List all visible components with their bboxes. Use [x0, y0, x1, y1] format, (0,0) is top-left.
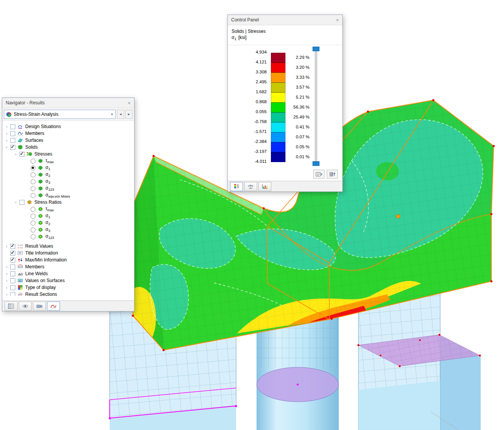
navigator-data-tab[interactable] — [5, 302, 18, 311]
expand-icon[interactable]: › — [4, 138, 9, 143]
node-handle[interactable] — [109, 417, 111, 419]
checkbox[interactable] — [10, 271, 15, 276]
tree-item-sigma-2[interactable]: σ2 — [2, 219, 134, 226]
legend-color-box[interactable] — [271, 132, 285, 142]
checkbox[interactable] — [10, 145, 15, 150]
expand-icon[interactable]: › — [4, 279, 9, 283]
tree-item-tau-max[interactable]: τmax — [2, 206, 134, 213]
result-category: Solids | Stresses — [232, 28, 339, 34]
legend-color-box[interactable] — [271, 152, 285, 162]
expand-icon[interactable]: › — [4, 272, 9, 276]
tree-item-sigma-3[interactable]: σ3 — [2, 226, 134, 233]
radio-button[interactable] — [31, 193, 36, 198]
checkbox[interactable] — [10, 258, 15, 263]
control-panel-result-diagram-tab[interactable] — [258, 182, 271, 191]
navigator-results-tab[interactable] — [47, 302, 60, 311]
tree-item-result-sections[interactable]: ›Result Sections — [2, 291, 134, 296]
radio-button[interactable] — [31, 179, 36, 184]
radio-button[interactable] — [31, 186, 36, 191]
legend-color-box[interactable] — [271, 53, 285, 63]
radio-button[interactable] — [31, 234, 36, 239]
legend-boundary-value: -2.384 — [228, 139, 267, 144]
tree-item-line-welds[interactable]: ›Line Welds — [2, 270, 134, 277]
legend-color-box[interactable] — [271, 63, 285, 73]
tree-item-sigma-2[interactable]: σ2 — [2, 171, 134, 178]
legend-color-box[interactable] — [271, 73, 285, 83]
control-panel-titlebar[interactable]: Control Panel × — [228, 15, 342, 25]
radio-button[interactable] — [31, 207, 36, 212]
expand-icon[interactable]: › — [4, 125, 9, 129]
tree-item-surfaces[interactable]: ›Surfaces — [2, 137, 134, 144]
tree-item-sigma-1[interactable]: σ1 — [2, 213, 134, 219]
checkbox[interactable] — [10, 124, 15, 129]
tree-item-stresses[interactable]: ›Stresses — [2, 151, 134, 157]
legend-color-box[interactable] — [271, 102, 285, 112]
checkbox[interactable] — [10, 138, 15, 143]
scale-options-button[interactable] — [327, 170, 338, 178]
analysis-dropdown[interactable]: Stress-Strain Analysis ▼ — [4, 110, 116, 119]
radio-button[interactable] — [31, 227, 36, 232]
legend-slider-min-handle[interactable] — [313, 161, 319, 166]
next-result-button[interactable]: ▶ — [125, 110, 133, 119]
radio-button[interactable] — [31, 172, 36, 177]
expand-icon[interactable]: › — [4, 292, 9, 296]
tree-item-values-on-surfaces[interactable]: ›12Values on Surfaces — [2, 277, 134, 284]
control-panel-color-scale-tab[interactable] — [230, 182, 243, 191]
tree-item-result-values[interactable]: ›x.xxx.xxResult Values — [2, 243, 134, 250]
tree-item-type-of-display[interactable]: ›Type of display — [2, 284, 134, 291]
radio-button[interactable] — [31, 214, 36, 219]
tree-item-design-situations[interactable]: ›Design Situations — [2, 123, 134, 130]
checkbox[interactable] — [10, 131, 15, 136]
checkbox[interactable] — [10, 264, 15, 269]
panel-options-button[interactable] — [313, 170, 324, 178]
checkbox[interactable] — [10, 292, 15, 296]
control-panel-smooth-ranges-tab[interactable] — [244, 182, 257, 191]
expand-icon[interactable]: › — [4, 265, 9, 269]
checkbox[interactable] — [10, 244, 15, 249]
tree-item-sigma-3[interactable]: σ3 — [2, 178, 134, 185]
tree-item-label: Title Information — [25, 250, 58, 256]
checkbox[interactable] — [10, 278, 15, 283]
checkbox[interactable] — [19, 152, 24, 157]
radio-button[interactable] — [31, 159, 36, 164]
tree-item-title-information[interactable]: Title Information — [2, 250, 134, 256]
legend-color-box[interactable] — [271, 83, 285, 92]
tree-item-solids[interactable]: ›Solids — [2, 144, 134, 151]
radio-button[interactable] — [31, 221, 36, 226]
collapse-icon[interactable]: › — [5, 145, 9, 150]
tree-item-tau-max[interactable]: τmax — [2, 157, 134, 164]
close-icon[interactable]: × — [332, 15, 342, 25]
tree-item-sigma-123[interactable]: σ123 — [2, 185, 134, 192]
tree-item-members[interactable]: ›Members — [2, 263, 134, 270]
navigator-views-tab[interactable] — [33, 302, 46, 311]
close-icon[interactable]: × — [124, 98, 134, 108]
tree-item-stress-ratios[interactable]: ›Stress Ratios — [2, 199, 134, 206]
expand-icon[interactable]: › — [4, 244, 9, 248]
collapse-icon[interactable]: › — [14, 152, 18, 157]
navigator-display-tab[interactable] — [19, 302, 32, 311]
checkbox[interactable] — [19, 200, 24, 205]
previous-result-button[interactable]: ◀ — [117, 110, 124, 119]
radio-button[interactable] — [31, 166, 36, 170]
node-handle[interactable] — [235, 405, 237, 407]
tree-item-max-min-information[interactable]: Max/Min Information — [2, 256, 134, 263]
legend-color-box[interactable] — [271, 92, 285, 102]
center-node[interactable] — [297, 384, 299, 386]
tree-item-members[interactable]: ›Members — [2, 130, 134, 137]
legend-color-box[interactable] — [271, 112, 285, 122]
checkbox[interactable] — [10, 251, 15, 256]
expand-icon[interactable]: › — [4, 286, 9, 290]
checkbox[interactable] — [10, 285, 15, 290]
legend-range-slider-track[interactable] — [315, 48, 317, 165]
result-values-icon: x.xxx.xx — [17, 243, 23, 249]
legend-color-box[interactable] — [271, 142, 285, 152]
legend-color-box[interactable] — [271, 122, 285, 132]
tree-item-sigma-123[interactable]: σ123 — [2, 233, 134, 240]
navigator-titlebar[interactable]: Navigator - Results × — [2, 98, 134, 108]
legend-slider-max-handle[interactable] — [313, 47, 319, 51]
max-min-information-icon — [17, 257, 23, 263]
collapse-icon[interactable]: › — [14, 200, 18, 205]
tree-item-sigma-1[interactable]: σ1 — [2, 164, 134, 171]
tree-item-sigma-eqv-von-mises[interactable]: σeqv,von Mises — [2, 192, 134, 199]
expand-icon[interactable]: › — [4, 131, 9, 136]
